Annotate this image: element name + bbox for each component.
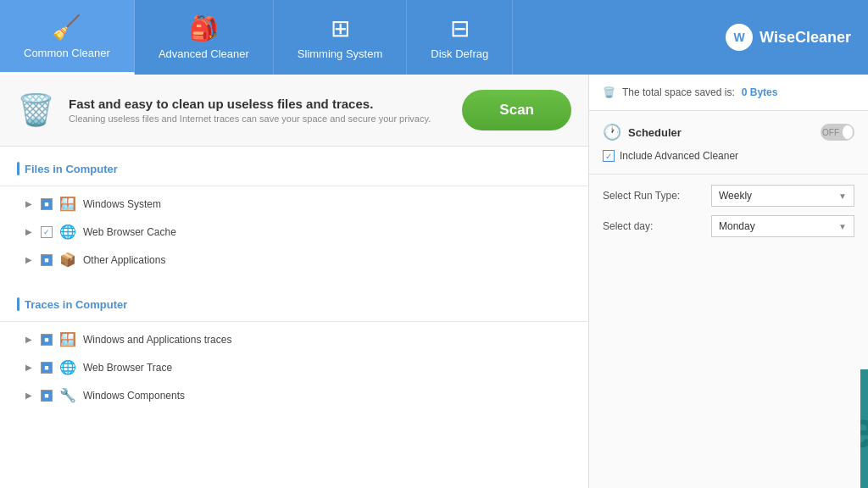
nav-tabs: 🧹 Common Cleaner 🎒 Advanced Cleaner ⊞ Sl… — [0, 0, 709, 75]
run-type-row: Select Run Type: Weekly ▼ — [603, 185, 854, 207]
traces-section-label: Traces in Computer — [25, 298, 127, 311]
banner: 🗑️ Fast and easy to clean up useless fil… — [0, 75, 588, 147]
expand-arrow: ▶ — [25, 391, 34, 400]
main-content: 🗑️ Fast and easy to clean up useless fil… — [0, 75, 868, 488]
item-label-windows-system: Windows System — [83, 198, 161, 210]
run-type-select[interactable]: Weekly ▼ — [711, 185, 854, 207]
scheduler-row: 🕐 Scheduler OFF — [603, 123, 854, 141]
item-label-win-app-traces: Windows and Applications traces — [83, 334, 231, 346]
banner-subtitle: Cleaning useless files and Internet trac… — [69, 114, 431, 124]
item-label-windows-components: Windows Components — [83, 390, 185, 402]
space-info: 🗑️ The total space saved is: 0 Bytes — [589, 75, 868, 111]
toggle-knob — [843, 125, 853, 139]
day-label: Select day: — [603, 220, 704, 232]
expand-arrow: ▶ — [25, 227, 34, 236]
clock-icon: 🕐 — [603, 123, 621, 141]
files-section: Files in Computer ▶ ■ 🪟 Windows System ▶… — [0, 147, 588, 282]
list-item[interactable]: ▶ ■ 🌐 Web Browser Trace — [0, 353, 588, 381]
tab-common-cleaner[interactable]: 🧹 Common Cleaner — [0, 0, 135, 75]
files-divider — [0, 186, 588, 186]
files-section-label: Files in Computer — [25, 163, 118, 175]
day-select[interactable]: Monday ▼ — [711, 215, 854, 237]
checkbox-web-browser-trace[interactable]: ■ — [41, 362, 53, 374]
item-label-other-apps: Other Applications — [83, 254, 165, 266]
banner-title: Fast and easy to clean up useless files … — [69, 97, 431, 111]
left-panel: 🗑️ Fast and easy to clean up useless fil… — [0, 75, 588, 488]
traces-divider — [0, 321, 588, 322]
space-label: The total space saved is: — [622, 86, 735, 98]
include-advanced-row[interactable]: ✓ Include Advanced Cleaner — [603, 150, 854, 162]
day-row: Select day: Monday ▼ — [603, 215, 854, 237]
tab-disk-defrag[interactable]: ⊟ Disk Defrag — [407, 0, 513, 75]
item-label-web-browser-trace: Web Browser Trace — [83, 362, 172, 374]
logo-area: W WiseCleaner — [709, 24, 868, 51]
item-label-web-browser-cache: Web Browser Cache — [83, 226, 176, 238]
web-browser-cache-icon: 🌐 — [59, 224, 76, 240]
filecr-logo: [ F ile CR ] — [860, 394, 868, 463]
day-value: Monday — [719, 220, 755, 232]
include-advanced-checkbox[interactable]: ✓ — [603, 150, 615, 162]
disk-defrag-icon: ⊟ — [450, 14, 470, 42]
files-section-header: Files in Computer — [0, 155, 588, 182]
expand-arrow: ▶ — [25, 335, 34, 344]
logo-name: WiseCleaner — [760, 29, 851, 47]
slimming-system-icon: ⊞ — [331, 14, 350, 42]
windows-system-icon: 🪟 — [59, 196, 76, 212]
toggle-off-label: OFF — [822, 128, 839, 137]
space-value: 0 Bytes — [742, 86, 778, 98]
run-type-arrow-icon: ▼ — [838, 191, 847, 201]
banner-text: Fast and easy to clean up useless files … — [69, 97, 431, 124]
tab-common-cleaner-label: Common Cleaner — [24, 47, 110, 59]
checkbox-web-browser-cache[interactable]: ✓ — [41, 226, 53, 238]
tab-advanced-cleaner-label: Advanced Cleaner — [159, 47, 249, 60]
include-advanced-label: Include Advanced Cleaner — [620, 150, 738, 162]
checkbox-win-app-traces[interactable]: ■ — [41, 334, 53, 346]
common-cleaner-icon: 🧹 — [52, 14, 81, 42]
tab-slimming-system-label: Slimming System — [298, 47, 382, 60]
trash-icon: 🗑️ — [17, 92, 55, 128]
list-item[interactable]: ▶ ✓ 🌐 Web Browser Cache — [0, 218, 588, 246]
list-item[interactable]: ▶ ■ 📦 Other Applications — [0, 246, 588, 274]
app-header: 🧹 Common Cleaner 🎒 Advanced Cleaner ⊞ Sl… — [0, 0, 868, 75]
expand-arrow: ▶ — [25, 255, 34, 264]
scheduler-toggle[interactable]: OFF — [821, 124, 854, 141]
logo-circle: W — [726, 24, 753, 51]
scheduler-label: Scheduler — [628, 126, 814, 139]
day-arrow-icon: ▼ — [838, 222, 847, 231]
scheduler-section: 🕐 Scheduler OFF ✓ Include Advanced Clean… — [589, 111, 868, 175]
list-item[interactable]: ▶ ■ 🪟 Windows and Applications traces — [0, 325, 588, 353]
expand-arrow: ▶ — [25, 199, 34, 208]
tab-disk-defrag-label: Disk Defrag — [431, 47, 488, 60]
scan-button[interactable]: Scan — [462, 90, 571, 130]
traces-section-header: Traces in Computer — [0, 291, 588, 318]
traces-section: Traces in Computer ▶ ■ 🪟 Windows and App… — [0, 282, 588, 418]
tab-slimming-system[interactable]: ⊞ Slimming System — [274, 0, 407, 75]
list-item[interactable]: ▶ ■ 🔧 Windows Components — [0, 381, 588, 409]
right-panel: 🗑️ The total space saved is: 0 Bytes 🕐 S… — [588, 75, 868, 488]
run-type-label: Select Run Type: — [603, 190, 704, 202]
expand-arrow: ▶ — [25, 363, 34, 372]
form-section: Select Run Type: Weekly ▼ Select day: Mo… — [589, 175, 868, 256]
list-item[interactable]: ▶ ■ 🪟 Windows System — [0, 190, 588, 218]
tab-advanced-cleaner[interactable]: 🎒 Advanced Cleaner — [135, 0, 274, 75]
filecr-ile-text: ile — [860, 399, 868, 459]
advanced-cleaner-icon: 🎒 — [189, 14, 219, 42]
win-app-traces-icon: 🪟 — [59, 331, 76, 347]
run-type-value: Weekly — [719, 190, 752, 202]
checkbox-windows-components[interactable]: ■ — [41, 390, 53, 402]
checkbox-other-apps[interactable]: ■ — [41, 254, 53, 266]
checkbox-windows-system[interactable]: ■ — [41, 198, 53, 210]
other-apps-icon: 📦 — [59, 252, 76, 268]
windows-components-icon: 🔧 — [59, 387, 76, 403]
filecr-watermark: [ F ile CR ] — [860, 369, 868, 488]
trash-small-icon: 🗑️ — [603, 86, 615, 98]
web-browser-trace-icon: 🌐 — [59, 359, 76, 375]
